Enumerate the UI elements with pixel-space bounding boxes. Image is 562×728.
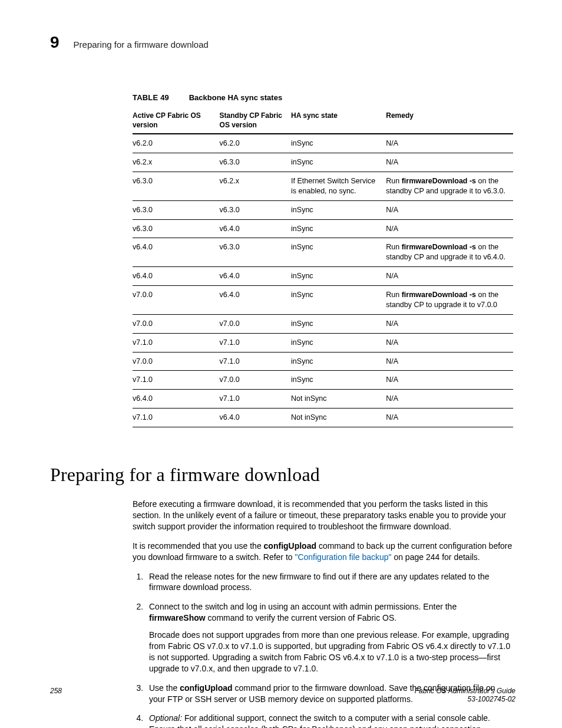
cell-standby: v6.4.0	[220, 219, 292, 238]
cell-active: v6.3.0	[133, 219, 220, 238]
cell-standby: v6.4.0	[220, 409, 292, 427]
cell-active: v6.2.x	[133, 153, 220, 172]
cell-standby: v7.1.0	[220, 390, 292, 409]
page-footer: 258 Fabric OS Administrator's Guide 53-1…	[50, 687, 515, 703]
cell-state: inSync	[291, 286, 386, 315]
cell-state: inSync	[291, 219, 386, 238]
cell-remedy: Run firmwareDownload -s on the standby C…	[386, 286, 513, 315]
cell-standby: v7.0.0	[220, 314, 292, 333]
cell-remedy: N/A	[386, 314, 513, 333]
cell-remedy: N/A	[386, 153, 513, 172]
step-1: Read the release notes for the new firmw…	[146, 571, 513, 594]
cell-active: v6.3.0	[133, 200, 220, 219]
cell-remedy: N/A	[386, 409, 513, 427]
table-row: v6.2.0v6.2.0inSyncN/A	[133, 134, 513, 153]
intro-paragraph-1: Before executing a firmware download, it…	[133, 499, 513, 532]
cell-active: v7.0.0	[133, 314, 220, 333]
table-row: v7.1.0v6.4.0Not inSyncN/A	[133, 409, 513, 427]
table-row: v7.0.0v6.4.0inSyncRun firmwareDownload -…	[133, 286, 513, 315]
cell-state: inSync	[291, 134, 386, 153]
cell-state: inSync	[291, 238, 386, 267]
table-row: v6.4.0v7.1.0Not inSyncN/A	[133, 390, 513, 409]
table-row: v6.4.0v6.3.0inSyncRun firmwareDownload -…	[133, 238, 513, 267]
cell-state: inSync	[291, 267, 386, 286]
cell-remedy: N/A	[386, 333, 513, 352]
table-row: v6.4.0v6.4.0inSyncN/A	[133, 267, 513, 286]
cell-state: If Ethernet Switch Service is enabled, n…	[291, 172, 386, 200]
table-row: v6.3.0v6.4.0inSyncN/A	[133, 219, 513, 238]
table-row: v7.0.0v7.1.0inSyncN/A	[133, 352, 513, 371]
step-2-note: Brocade does not support upgrades from m…	[149, 630, 513, 674]
cell-active: v6.2.0	[133, 134, 220, 153]
cell-remedy: N/A	[386, 134, 513, 153]
cell-state: inSync	[291, 352, 386, 371]
cell-remedy: Run firmwareDownload -s on the standby C…	[386, 172, 513, 200]
table-row: v6.3.0v6.3.0inSyncN/A	[133, 200, 513, 219]
cell-standby: v6.3.0	[220, 200, 292, 219]
table-title: Backbone HA sync states	[189, 93, 282, 102]
cell-state: inSync	[291, 200, 386, 219]
cell-active: v7.1.0	[133, 409, 220, 427]
cell-state: inSync	[291, 314, 386, 333]
step-4: Optional: For additional support, connec…	[146, 713, 513, 728]
config-backup-link[interactable]: "Configuration file backup"	[295, 552, 391, 562]
firmwaredownload-cmd: firmwareDownload -s	[402, 177, 476, 185]
cell-active: v7.0.0	[133, 286, 220, 315]
cell-active: v7.1.0	[133, 371, 220, 390]
table-row: v6.3.0v6.2.xIf Ethernet Switch Service i…	[133, 172, 513, 200]
cell-remedy: N/A	[386, 390, 513, 409]
running-header: 9 Preparing for a firmware download	[50, 33, 515, 52]
step-2: Connect to the switch and log in using a…	[146, 601, 513, 674]
cell-active: v6.4.0	[133, 390, 220, 409]
cell-active: v6.3.0	[133, 172, 220, 200]
cell-remedy: N/A	[386, 371, 513, 390]
firmwareshow-cmd: firmwareShow	[149, 613, 206, 622]
col-standby: Standby CP Fabric OS version	[220, 108, 292, 134]
cell-active: v6.4.0	[133, 238, 220, 267]
steps-list: Read the release notes for the new firmw…	[133, 571, 513, 728]
cell-state: inSync	[291, 333, 386, 352]
cell-active: v6.4.0	[133, 267, 220, 286]
cell-active: v7.1.0	[133, 333, 220, 352]
cell-standby: v6.2.x	[220, 172, 292, 200]
firmwaredownload-cmd: firmwareDownload -s	[402, 243, 476, 251]
table-row: v7.1.0v7.1.0inSyncN/A	[133, 333, 513, 352]
cell-remedy: Run firmwareDownload -s on the standby C…	[386, 238, 513, 267]
cell-remedy: N/A	[386, 267, 513, 286]
cell-standby: v6.2.0	[220, 134, 292, 153]
cell-standby: v6.4.0	[220, 286, 292, 315]
ha-sync-table: Active CP Fabric OS version Standby CP F…	[133, 108, 513, 427]
cell-remedy: N/A	[386, 200, 513, 219]
cell-standby: v6.3.0	[220, 238, 292, 267]
firmwaredownload-cmd: firmwareDownload -s	[402, 291, 476, 299]
doc-id: 53-1002745-02	[468, 695, 515, 703]
intro-paragraph-2: It is recommended that you use the confi…	[133, 541, 513, 563]
cell-remedy: N/A	[386, 219, 513, 238]
cell-standby: v7.1.0	[220, 352, 292, 371]
cell-standby: v7.0.0	[220, 371, 292, 390]
col-state: HA sync state	[291, 108, 386, 134]
cell-standby: v6.3.0	[220, 153, 292, 172]
optional-label: Optional:	[149, 713, 182, 723]
cell-active: v7.0.0	[133, 352, 220, 371]
table-label: TABLE 49	[133, 93, 169, 102]
table-row: v6.2.xv6.3.0inSyncN/A	[133, 153, 513, 172]
cell-state: Not inSync	[291, 409, 386, 427]
col-active: Active CP Fabric OS version	[133, 108, 220, 134]
doc-title: Fabric OS Administrator's Guide	[415, 687, 515, 695]
section-heading: Preparing for a firmware download	[50, 464, 515, 486]
cell-state: inSync	[291, 153, 386, 172]
cell-remedy: N/A	[386, 352, 513, 371]
cell-state: inSync	[291, 371, 386, 390]
page-number: 258	[50, 687, 62, 703]
chapter-title: Preparing for a firmware download	[74, 39, 209, 50]
cell-state: Not inSync	[291, 390, 386, 409]
cell-standby: v6.4.0	[220, 267, 292, 286]
chapter-number: 9	[50, 33, 59, 52]
table-caption: TABLE 49 Backbone HA sync states	[133, 93, 513, 102]
table-row: v7.0.0v7.0.0inSyncN/A	[133, 314, 513, 333]
col-remedy: Remedy	[386, 108, 513, 134]
cell-standby: v7.1.0	[220, 333, 292, 352]
table-row: v7.1.0v7.0.0inSyncN/A	[133, 371, 513, 390]
configupload-cmd: configUpload	[264, 541, 316, 551]
